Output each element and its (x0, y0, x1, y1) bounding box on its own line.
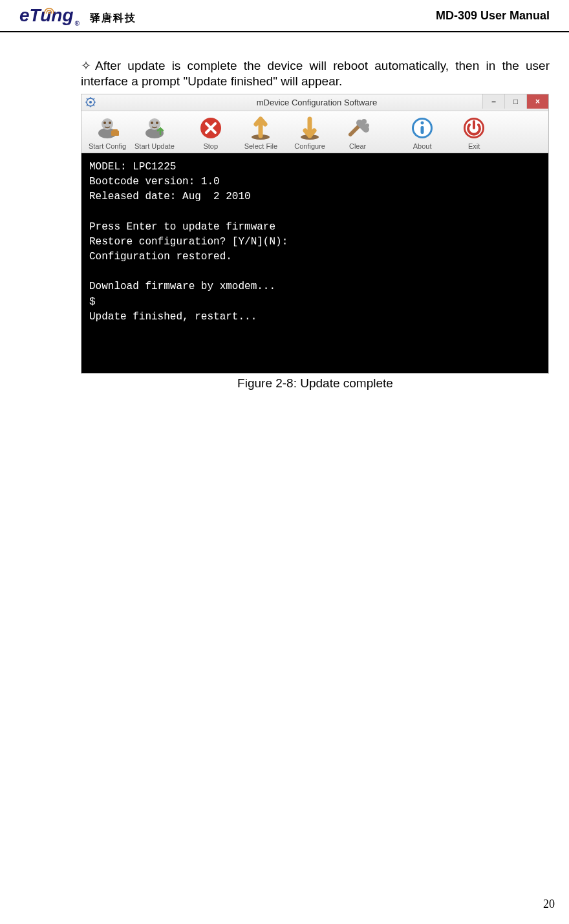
page-content: ✧After update is complete the device wil… (0, 32, 569, 391)
titlebar-left (85, 97, 96, 107)
svg-rect-21 (421, 126, 424, 134)
configure-icon (296, 115, 323, 141)
tool-label: Configure (294, 142, 325, 150)
bullet-diamond-icon: ✧ (81, 59, 91, 72)
stop-icon (197, 115, 224, 141)
logo-chinese: 驿唐科技 (90, 12, 136, 25)
logo-text: eTung® (19, 5, 80, 27)
start-update-button[interactable]: Start Update (131, 114, 178, 151)
figure-caption: Figure 2-8: Update complete (81, 376, 550, 391)
tool-label: Select File (244, 142, 277, 150)
tool-label: Stop (203, 142, 218, 150)
svg-point-5 (103, 122, 106, 124)
page-number: 20 (543, 897, 555, 911)
maximize-button[interactable]: □ (504, 94, 526, 109)
svg-point-0 (48, 12, 50, 14)
registered-mark: ® (74, 20, 79, 27)
clear-icon (344, 115, 371, 141)
start-config-icon (94, 115, 121, 141)
titlebar: mDevice Configuration Software – □ × (81, 94, 548, 111)
about-icon (409, 115, 436, 141)
tool-label: About (413, 142, 432, 150)
paragraph-text: After update is complete the device will… (81, 59, 550, 89)
svg-point-17 (365, 124, 369, 127)
app-icon (85, 97, 96, 107)
start-update-icon (141, 115, 168, 141)
tool-label: Clear (349, 142, 366, 150)
stop-button[interactable]: Stop (191, 114, 230, 151)
antenna-icon (43, 0, 55, 8)
clear-button[interactable]: Clear (338, 114, 377, 151)
svg-point-11 (151, 122, 153, 124)
instruction-paragraph: ✧After update is complete the device wil… (81, 58, 550, 90)
window-title: mDevice Configuration Software (257, 98, 377, 107)
svg-point-20 (421, 121, 424, 124)
about-button[interactable]: About (403, 114, 442, 151)
svg-point-16 (361, 119, 367, 124)
svg-point-4 (102, 118, 113, 130)
start-config-button[interactable]: Start Config (84, 114, 131, 151)
window-controls: – □ × (482, 94, 548, 111)
tool-label: Start Update (134, 142, 175, 150)
configure-button[interactable]: Configure (290, 114, 329, 151)
tool-label: Exit (468, 142, 480, 150)
svg-point-12 (156, 122, 158, 124)
app-window: mDevice Configuration Software – □ × (81, 94, 549, 374)
logo-block: eTung® 驿唐科技 (19, 5, 136, 27)
select-file-icon (247, 115, 274, 141)
close-button[interactable]: × (526, 94, 548, 109)
exit-icon (460, 115, 488, 141)
page-header: eTung® 驿唐科技 MD-309 User Manual (0, 0, 569, 32)
minimize-button[interactable]: – (482, 94, 504, 109)
svg-point-10 (149, 118, 160, 130)
manual-title: MD-309 User Manual (436, 9, 550, 23)
exit-button[interactable]: Exit (455, 114, 493, 151)
tool-label: Start Config (89, 142, 126, 150)
svg-point-6 (109, 122, 111, 124)
select-file-button[interactable]: Select File (241, 114, 281, 151)
svg-point-2 (89, 101, 92, 103)
toolbar: Start Config Start Update (81, 111, 548, 153)
svg-rect-8 (113, 129, 118, 132)
console-output: MODEL: LPC1225 Bootcode version: 1.0 Rel… (81, 153, 548, 373)
